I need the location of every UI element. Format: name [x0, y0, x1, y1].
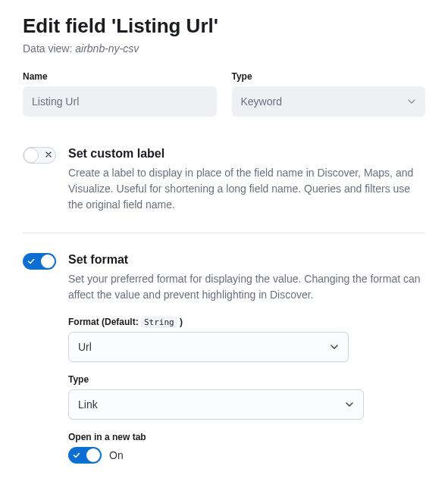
name-label: Name — [23, 71, 217, 82]
format-type-value: Link — [78, 398, 98, 411]
format-label-code: String — [141, 317, 177, 328]
type-label: Type — [232, 71, 426, 82]
format-label: Format (Default: String ) — [68, 317, 425, 327]
format-label-prefix: Format (Default: — [68, 317, 141, 327]
set-format-toggle[interactable] — [23, 253, 56, 270]
name-value: Listing Url — [32, 95, 79, 108]
data-view-subtitle: Data view: airbnb-ny-csv — [23, 42, 425, 55]
type-field: Keyword — [232, 86, 426, 117]
toggle-knob — [86, 448, 100, 462]
new-tab-toggle[interactable] — [68, 447, 102, 464]
data-view-prefix: Data view: — [23, 42, 75, 55]
data-view-name: airbnb-ny-csv — [75, 42, 139, 55]
custom-label-desc: Create a label to display in place of th… — [68, 165, 425, 213]
toggle-knob — [41, 255, 55, 268]
chevron-down-icon — [407, 97, 416, 106]
format-label-suffix: ) — [177, 317, 183, 327]
toggle-knob — [23, 148, 39, 163]
check-icon — [72, 451, 81, 460]
format-type-label: Type — [68, 374, 425, 385]
new-tab-label: Open in a new tab — [68, 432, 425, 442]
custom-label-toggle[interactable] — [23, 147, 56, 164]
set-format-desc: Set your preferred format for displaying… — [68, 271, 425, 303]
format-select-value: Url — [78, 341, 92, 353]
x-icon — [45, 151, 52, 160]
check-icon — [27, 257, 36, 266]
set-format-title: Set format — [68, 253, 425, 267]
name-field: Listing Url — [23, 86, 217, 117]
new-tab-status: On — [109, 449, 124, 461]
chevron-down-icon — [330, 342, 339, 351]
format-type-select[interactable]: Link — [68, 389, 364, 420]
chevron-down-icon — [345, 400, 354, 409]
page-title: Edit field 'Listing Url' — [23, 14, 425, 39]
custom-label-title: Set custom label — [68, 147, 425, 161]
type-value: Keyword — [241, 95, 282, 108]
format-select[interactable]: Url — [68, 332, 349, 362]
